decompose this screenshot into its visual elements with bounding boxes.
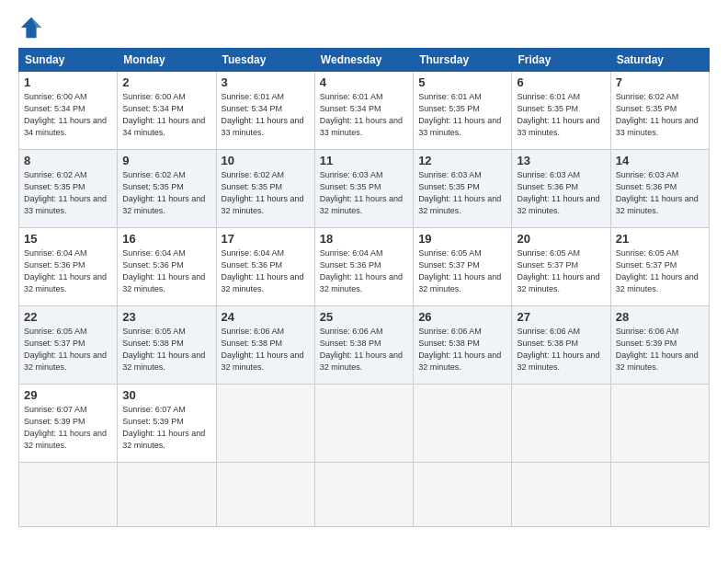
day-header-saturday: Saturday — [610, 49, 709, 72]
calendar-cell: 26 Sunrise: 6:06 AMSunset: 5:38 PMDaylig… — [414, 306, 512, 385]
day-header-monday: Monday — [118, 49, 216, 72]
day-info: Sunrise: 6:00 AMSunset: 5:34 PMDaylight:… — [122, 92, 205, 137]
header-row: SundayMondayTuesdayWednesdayThursdayFrid… — [19, 49, 710, 72]
day-info: Sunrise: 6:03 AMSunset: 5:35 PMDaylight:… — [418, 170, 501, 215]
calendar-cell: 18 Sunrise: 6:04 AMSunset: 5:36 PMDaylig… — [314, 228, 413, 306]
calendar-cell: 28 Sunrise: 6:06 AMSunset: 5:39 PMDaylig… — [610, 306, 709, 385]
day-number: 29 — [24, 388, 112, 402]
calendar-week-row: 8 Sunrise: 6:02 AMSunset: 5:35 PMDayligh… — [19, 150, 710, 228]
day-info: Sunrise: 6:01 AMSunset: 5:34 PMDaylight:… — [222, 92, 304, 137]
day-number: 6 — [517, 75, 605, 89]
day-number: 12 — [418, 154, 506, 167]
day-number: 19 — [418, 232, 506, 246]
calendar-cell: 17 Sunrise: 6:04 AMSunset: 5:36 PMDaylig… — [216, 228, 314, 306]
day-number: 5 — [418, 75, 506, 89]
page: SundayMondayTuesdayWednesdayThursdayFrid… — [0, 0, 728, 563]
day-number: 15 — [24, 232, 112, 246]
calendar-cell: 19 Sunrise: 6:05 AMSunset: 5:37 PMDaylig… — [414, 228, 512, 306]
calendar-body: 1 Sunrise: 6:00 AMSunset: 5:34 PMDayligh… — [19, 72, 710, 527]
calendar-cell — [314, 385, 413, 463]
calendar-cell — [118, 463, 216, 527]
day-number: 30 — [122, 388, 210, 402]
calendar-cell — [414, 385, 512, 463]
calendar-cell: 5 Sunrise: 6:01 AMSunset: 5:35 PMDayligh… — [414, 72, 512, 150]
calendar-cell: 3 Sunrise: 6:01 AMSunset: 5:34 PMDayligh… — [216, 72, 314, 150]
calendar-cell: 13 Sunrise: 6:03 AMSunset: 5:36 PMDaylig… — [512, 150, 610, 228]
calendar-cell: 8 Sunrise: 6:02 AMSunset: 5:35 PMDayligh… — [19, 150, 118, 228]
calendar-cell: 25 Sunrise: 6:06 AMSunset: 5:38 PMDaylig… — [314, 306, 413, 385]
calendar-cell: 24 Sunrise: 6:06 AMSunset: 5:38 PMDaylig… — [216, 306, 314, 385]
day-info: Sunrise: 6:05 AMSunset: 5:37 PMDaylight:… — [24, 327, 107, 372]
day-number: 7 — [616, 75, 704, 89]
day-number: 22 — [24, 310, 112, 324]
day-number: 23 — [122, 310, 210, 324]
day-number: 25 — [320, 310, 408, 324]
calendar-cell: 9 Sunrise: 6:02 AMSunset: 5:35 PMDayligh… — [118, 150, 216, 228]
day-info: Sunrise: 6:07 AMSunset: 5:39 PMDaylight:… — [24, 405, 107, 450]
day-number: 18 — [320, 232, 408, 246]
day-info: Sunrise: 6:05 AMSunset: 5:38 PMDaylight:… — [122, 327, 205, 372]
calendar-cell — [216, 463, 314, 527]
day-info: Sunrise: 6:02 AMSunset: 5:35 PMDaylight:… — [122, 170, 205, 215]
calendar-week-row — [19, 463, 710, 527]
day-number: 20 — [517, 232, 605, 246]
calendar-cell: 20 Sunrise: 6:05 AMSunset: 5:37 PMDaylig… — [512, 228, 610, 306]
calendar-cell: 16 Sunrise: 6:04 AMSunset: 5:36 PMDaylig… — [118, 228, 216, 306]
calendar-week-row: 15 Sunrise: 6:04 AMSunset: 5:36 PMDaylig… — [19, 228, 710, 306]
calendar-cell — [610, 385, 709, 463]
calendar-cell: 30 Sunrise: 6:07 AMSunset: 5:39 PMDaylig… — [118, 385, 216, 463]
day-number: 1 — [24, 75, 112, 89]
day-number: 8 — [24, 154, 112, 167]
logo-icon — [18, 15, 44, 40]
day-info: Sunrise: 6:06 AMSunset: 5:38 PMDaylight:… — [320, 327, 403, 372]
calendar-cell: 12 Sunrise: 6:03 AMSunset: 5:35 PMDaylig… — [414, 150, 512, 228]
day-header-friday: Friday — [512, 49, 610, 72]
calendar-table: SundayMondayTuesdayWednesdayThursdayFrid… — [18, 48, 710, 527]
day-info: Sunrise: 6:00 AMSunset: 5:34 PMDaylight:… — [24, 92, 107, 137]
calendar-cell — [512, 463, 610, 527]
day-info: Sunrise: 6:02 AMSunset: 5:35 PMDaylight:… — [24, 170, 107, 215]
day-number: 26 — [418, 310, 506, 324]
day-info: Sunrise: 6:06 AMSunset: 5:38 PMDaylight:… — [517, 327, 599, 372]
day-info: Sunrise: 6:02 AMSunset: 5:35 PMDaylight:… — [222, 170, 304, 215]
day-number: 9 — [122, 154, 210, 167]
day-number: 21 — [616, 232, 704, 246]
calendar-cell: 1 Sunrise: 6:00 AMSunset: 5:34 PMDayligh… — [19, 72, 118, 150]
day-number: 17 — [222, 232, 310, 246]
calendar-cell — [216, 385, 314, 463]
day-header-thursday: Thursday — [414, 49, 512, 72]
calendar-week-row: 1 Sunrise: 6:00 AMSunset: 5:34 PMDayligh… — [19, 72, 710, 150]
calendar-cell: 23 Sunrise: 6:05 AMSunset: 5:38 PMDaylig… — [118, 306, 216, 385]
day-info: Sunrise: 6:03 AMSunset: 5:36 PMDaylight:… — [517, 170, 599, 215]
calendar-cell — [610, 463, 709, 527]
day-info: Sunrise: 6:01 AMSunset: 5:35 PMDaylight:… — [517, 92, 599, 137]
day-number: 4 — [320, 75, 408, 89]
calendar-cell: 22 Sunrise: 6:05 AMSunset: 5:37 PMDaylig… — [19, 306, 118, 385]
calendar-cell: 21 Sunrise: 6:05 AMSunset: 5:37 PMDaylig… — [610, 228, 709, 306]
day-number: 2 — [122, 75, 210, 89]
day-number: 10 — [222, 154, 310, 167]
calendar-cell: 15 Sunrise: 6:04 AMSunset: 5:36 PMDaylig… — [19, 228, 118, 306]
day-info: Sunrise: 6:03 AMSunset: 5:35 PMDaylight:… — [320, 170, 403, 215]
calendar-cell: 10 Sunrise: 6:02 AMSunset: 5:35 PMDaylig… — [216, 150, 314, 228]
day-info: Sunrise: 6:01 AMSunset: 5:34 PMDaylight:… — [320, 92, 403, 137]
day-header-sunday: Sunday — [19, 49, 118, 72]
calendar-cell — [314, 463, 413, 527]
day-info: Sunrise: 6:04 AMSunset: 5:36 PMDaylight:… — [122, 248, 205, 293]
day-info: Sunrise: 6:01 AMSunset: 5:35 PMDaylight:… — [418, 92, 501, 137]
calendar-cell: 11 Sunrise: 6:03 AMSunset: 5:35 PMDaylig… — [314, 150, 413, 228]
day-info: Sunrise: 6:06 AMSunset: 5:38 PMDaylight:… — [222, 327, 304, 372]
day-info: Sunrise: 6:05 AMSunset: 5:37 PMDaylight:… — [616, 248, 699, 293]
calendar-cell — [512, 385, 610, 463]
day-header-tuesday: Tuesday — [216, 49, 314, 72]
day-number: 27 — [517, 310, 605, 324]
day-number: 14 — [616, 154, 704, 167]
day-number: 28 — [616, 310, 704, 324]
calendar-cell: 6 Sunrise: 6:01 AMSunset: 5:35 PMDayligh… — [512, 72, 610, 150]
day-info: Sunrise: 6:03 AMSunset: 5:36 PMDaylight:… — [616, 170, 699, 215]
day-info: Sunrise: 6:04 AMSunset: 5:36 PMDaylight:… — [320, 248, 403, 293]
day-info: Sunrise: 6:04 AMSunset: 5:36 PMDaylight:… — [222, 248, 304, 293]
day-info: Sunrise: 6:05 AMSunset: 5:37 PMDaylight:… — [418, 248, 501, 293]
day-info: Sunrise: 6:04 AMSunset: 5:36 PMDaylight:… — [24, 248, 107, 293]
day-number: 13 — [517, 154, 605, 167]
